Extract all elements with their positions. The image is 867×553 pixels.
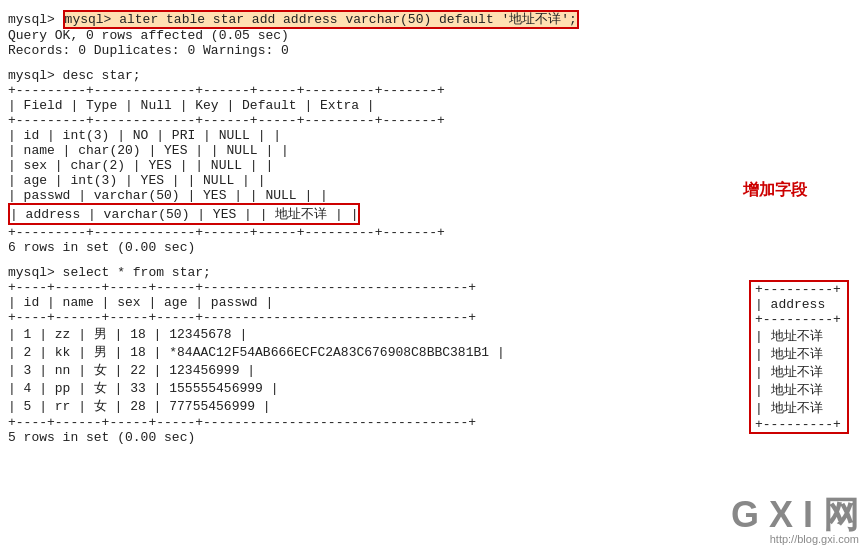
records-line: Records: 0 Duplicates: 0 Warnings: 0 bbox=[8, 43, 859, 58]
watermark-logo: G X I 网 bbox=[731, 497, 859, 533]
address-col-sep-bot: +---------+ bbox=[755, 417, 843, 432]
desc-table: +---------+-------------+------+-----+--… bbox=[8, 83, 859, 240]
address-data-3: | 地址不详 bbox=[755, 363, 843, 381]
select-table-wrapper: +----+------+-----+-----+---------------… bbox=[8, 280, 859, 430]
rows5-line: 5 rows in set (0.00 sec) bbox=[8, 430, 859, 445]
address-data-5: | 地址不详 bbox=[755, 399, 843, 417]
address-column-box: +---------+ | address +---------+ | 地址不详… bbox=[749, 280, 849, 434]
rows6-line: 6 rows in set (0.00 sec) bbox=[8, 240, 859, 255]
main-container: mysql> mysql> alter table star add addre… bbox=[0, 0, 867, 553]
watermark-url: http://blog.gxi.com bbox=[770, 533, 859, 545]
address-col-sep-top: +---------+ bbox=[755, 282, 843, 297]
select-table-main: +----+------+-----+-----+---------------… bbox=[8, 280, 859, 430]
address-data-2: | 地址不详 bbox=[755, 345, 843, 363]
command-highlight: mysql> alter table star add address varc… bbox=[63, 10, 579, 29]
cmd2-line: mysql> desc star; bbox=[8, 68, 859, 83]
address-data-1: | 地址不详 bbox=[755, 327, 843, 345]
watermark: G X I 网 http://blog.gxi.com bbox=[731, 497, 859, 545]
query-ok-line: Query OK, 0 rows affected (0.05 sec) bbox=[8, 28, 859, 43]
mysql-prompt: mysql> bbox=[8, 12, 63, 27]
address-col-header: | address bbox=[755, 297, 843, 312]
cmd3-line: mysql> select * from star; bbox=[8, 265, 859, 280]
add-field-label: 增加字段 bbox=[743, 180, 807, 201]
address-col-sep-mid: +---------+ bbox=[755, 312, 843, 327]
address-data-4: | 地址不详 bbox=[755, 381, 843, 399]
address-row: | address | varchar(50) | YES | | 地址不详 |… bbox=[8, 203, 360, 225]
